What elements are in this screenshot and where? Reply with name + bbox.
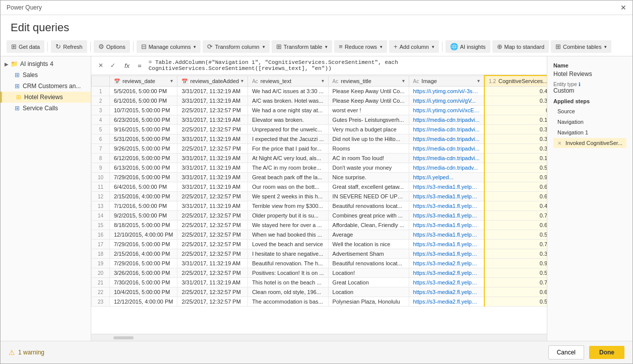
cell-image: https://i.ytimg.com/vi/gV... — [409, 96, 484, 106]
info-icon[interactable]: ℹ — [579, 82, 581, 87]
cell-title: Advertisement Sham — [328, 249, 409, 259]
table-row[interactable]: 6 5/31/2016, 5:00:00 PM 3/31/2017, 11:32… — [92, 134, 547, 144]
filter-image[interactable]: ▾ — [477, 78, 480, 84]
table-row[interactable]: 18 2/15/2016, 4:00:00 PM 2/25/2017, 12:3… — [92, 249, 547, 259]
h-scroll-bar[interactable] — [91, 334, 547, 341]
cell-rownum: 5 — [92, 125, 110, 134]
cell-title: Great Location — [328, 278, 409, 287]
cell-title: Combines great price with ... — [328, 211, 409, 221]
table-row[interactable]: 17 7/29/2016, 5:00:00 PM 2/25/2017, 12:3… — [92, 240, 547, 249]
step-x-icon[interactable]: ✕ — [557, 140, 561, 146]
cell-title: Very much a budget place — [328, 125, 409, 134]
get-data-button[interactable]: ⊞ Get data — [7, 40, 44, 53]
table-row[interactable]: 23 12/12/2015, 4:00:00 PM 2/25/2017, 12:… — [92, 297, 547, 307]
separator-1 — [47, 42, 48, 52]
cell-rownum: 11 — [92, 182, 110, 192]
h-scroll-thumb[interactable] — [113, 336, 134, 339]
separator-4 — [442, 42, 442, 52]
reduce-rows-button[interactable]: ≡ Reduce rows ▾ — [334, 40, 387, 53]
filter-reviews-date[interactable]: ▾ — [170, 78, 173, 84]
table-row[interactable]: 14 9/2/2015, 5:00:00 PM 2/25/2017, 12:32… — [92, 211, 547, 221]
cell-text: Loved the beach and service — [248, 240, 328, 249]
table-row[interactable]: 8 6/12/2016, 5:00:00 PM 3/31/2017, 11:32… — [92, 154, 547, 163]
cell-text: We had A/C issues at 3:30 ... — [248, 87, 328, 96]
table-row[interactable]: 2 6/1/2016, 5:00:00 PM 3/31/2017, 11:32:… — [92, 96, 547, 106]
cell-image: https://s3-media1.fl.yelped... — [409, 230, 484, 240]
filter-reviews-text[interactable]: ▾ — [322, 78, 324, 84]
table-row[interactable]: 3 10/7/2015, 5:00:00 PM 2/25/2017, 12:32… — [92, 106, 547, 115]
sidebar-item-service-calls[interactable]: ⊞ Service Calls — [1, 103, 91, 114]
table-row[interactable]: 20 3/26/2016, 5:00:00 PM 2/25/2017, 12:3… — [92, 268, 547, 278]
cell-cognitive: 0.389 — [484, 134, 547, 144]
cell-dateadded: 2/25/2017, 12:32:57 PM — [177, 240, 248, 249]
table-row[interactable]: 1 5/5/2016, 5:00:00 PM 3/31/2017, 11:32:… — [92, 87, 547, 96]
add-column-button[interactable]: + Add column ▾ — [389, 40, 439, 53]
step-navigation1[interactable]: Navigation 1 — [553, 127, 626, 137]
cell-rownum: 2 — [92, 96, 110, 106]
step-navigation[interactable]: Navigation — [553, 117, 626, 127]
bottom-bar: ⚠ 1 warning Cancel Done — [1, 341, 632, 363]
col-header-reviews-text[interactable]: Ac reviews_text ▾ — [248, 76, 328, 87]
cell-date: 6/1/2016, 5:00:00 PM — [110, 96, 177, 106]
filter-reviews-dateadded[interactable]: ▾ — [241, 78, 243, 84]
data-grid: 📅 reviews_date ▾ 📅 reviews_dateAdded ▾ — [91, 75, 547, 307]
table-row[interactable]: 9 6/13/2016, 5:00:00 PM 3/31/2017, 11:32… — [92, 163, 547, 173]
formula-confirm-btn[interactable]: ✓ — [107, 61, 118, 70]
content-area: ✕ ✓ fx = = Table.AddColumn(#"Navigation … — [91, 56, 547, 341]
cell-dateadded: 2/25/2017, 12:32:57 PM — [177, 211, 248, 221]
toolbar: ⊞ Get data ↻ Refresh ⚙ Options ⊟ Manage … — [1, 37, 632, 56]
cell-dateadded: 2/25/2017, 12:32:57 PM — [177, 297, 248, 307]
table-row[interactable]: 11 6/4/2016, 5:00:00 PM 3/31/2017, 11:32… — [92, 182, 547, 192]
sidebar-item-crm[interactable]: ⊞ CRM Customers an... — [1, 81, 91, 92]
col-header-image[interactable]: Ac Image ▾ — [409, 76, 484, 87]
cell-dateadded: 3/31/2017, 11:32:19 AM — [177, 87, 248, 96]
transform-table-button[interactable]: ⊞ Transform table ▾ — [272, 40, 333, 53]
dropdown-arrow-manage: ▾ — [194, 44, 196, 49]
combine-tables-button[interactable]: ⊞ Combine tables ▾ — [551, 40, 611, 53]
cell-text: A/C was broken. Hotel was... — [248, 96, 328, 106]
sidebar-item-hotel-reviews[interactable]: ⊞ Hotel Reviews — [1, 92, 91, 103]
map-to-standard-button[interactable]: ⊕ Map to standard — [492, 40, 549, 53]
col-header-reviews-date[interactable]: 📅 reviews_date ▾ — [110, 76, 177, 87]
cell-text: Clean room, old style, 196... — [248, 287, 328, 297]
cell-rownum: 19 — [92, 259, 110, 268]
col-header-reviews-title[interactable]: Ac reviews_title ▾ — [328, 76, 409, 87]
step-invoked-cognitive[interactable]: ✕ Invoked CognitiveSer... — [553, 138, 626, 148]
step-cognitive-label: Invoked CognitiveSer... — [565, 140, 622, 146]
sidebar-item-sales[interactable]: ⊞ Sales — [1, 69, 91, 81]
done-button[interactable]: Done — [589, 346, 624, 359]
refresh-button[interactable]: ↻ Refresh — [51, 40, 87, 53]
col-header-cognitive[interactable]: 1.2 CognitiveServices.... ▾ — [484, 76, 547, 87]
table-row[interactable]: 16 12/10/2015, 4:00:00 PM 2/25/2017, 12:… — [92, 230, 547, 240]
table-row[interactable]: 13 7/1/2016, 5:00:00 PM 3/31/2017, 11:32… — [92, 201, 547, 211]
options-button[interactable]: ⚙ Options — [94, 40, 130, 53]
folder-icon: 📁 — [11, 60, 18, 67]
cell-image: https://s3-media2.fl.yelped... — [409, 297, 484, 307]
table-row[interactable]: 10 7/29/2016, 5:00:00 PM 3/31/2017, 11:3… — [92, 173, 547, 182]
table-row[interactable]: 7 9/26/2015, 5:00:00 PM 2/25/2017, 12:32… — [92, 144, 547, 154]
cancel-button[interactable]: Cancel — [548, 345, 584, 359]
cell-text: The A/C in my room broke... — [248, 163, 328, 173]
formula-cancel-btn[interactable]: ✕ — [95, 61, 106, 70]
manage-columns-button[interactable]: ⊟ Manage columns ▾ — [137, 40, 201, 53]
table-row[interactable]: 21 7/30/2016, 5:00:00 PM 3/31/2017, 11:3… — [92, 278, 547, 287]
close-button[interactable]: ✕ — [620, 4, 626, 12]
table-row[interactable]: 12 2/15/2016, 4:00:00 PM 2/25/2017, 12:3… — [92, 192, 547, 201]
ai-insights-button[interactable]: 🌐 AI insights — [446, 40, 490, 53]
separator-2 — [90, 42, 91, 52]
table-row[interactable]: 22 10/4/2015, 5:00:00 PM 2/25/2017, 12:3… — [92, 287, 547, 297]
formula-input[interactable]: = Table.AddColumn(#"Navigation 1", "Cogn… — [147, 58, 543, 72]
cell-dateadded: 2/25/2017, 12:32:57 PM — [177, 287, 248, 297]
sidebar-group-ai[interactable]: ▶ 📁 AI insights 4 — [1, 58, 91, 69]
table-row[interactable]: 5 9/16/2015, 5:00:00 PM 2/25/2017, 12:32… — [92, 125, 547, 134]
main-area: ▶ 📁 AI insights 4 ⊞ Sales ⊞ CRM Customer… — [1, 56, 632, 341]
cell-rownum: 4 — [92, 115, 110, 125]
table-row[interactable]: 15 8/18/2015, 5:00:00 PM 2/25/2017, 12:3… — [92, 221, 547, 230]
data-grid-container[interactable]: 📅 reviews_date ▾ 📅 reviews_dateAdded ▾ — [91, 75, 547, 334]
step-source[interactable]: Source — [553, 106, 626, 116]
table-row[interactable]: 19 7/29/2016, 5:00:00 PM 3/31/2017, 11:3… — [92, 259, 547, 268]
transform-column-button[interactable]: ⟳ Transform column ▾ — [203, 40, 269, 53]
col-header-reviews-dateadded[interactable]: 📅 reviews_dateAdded ▾ — [177, 76, 248, 87]
table-row[interactable]: 4 6/23/2016, 5:00:00 PM 3/31/2017, 11:32… — [92, 115, 547, 125]
filter-reviews-title[interactable]: ▾ — [402, 78, 405, 84]
